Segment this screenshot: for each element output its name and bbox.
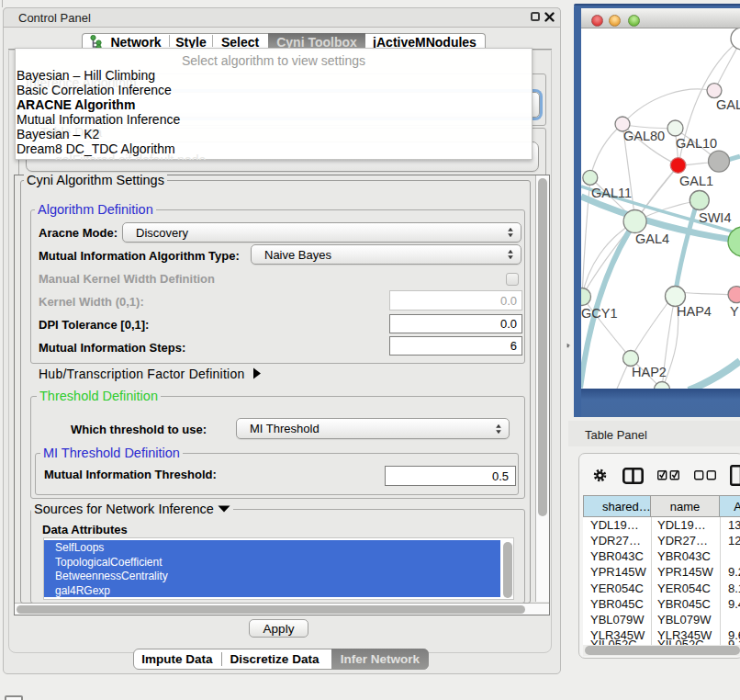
svg-text:GAL10: GAL10 bbox=[676, 136, 717, 151]
svg-text:HAP4: HAP4 bbox=[677, 304, 712, 319]
svg-text:GAL11: GAL11 bbox=[591, 186, 632, 200]
svg-text:HAP2: HAP2 bbox=[632, 365, 667, 379]
svg-text:GCY1: GCY1 bbox=[581, 306, 618, 321]
svg-text:GAL4: GAL4 bbox=[635, 231, 669, 246]
svg-text:Y: Y bbox=[730, 304, 739, 319]
svg-text:SWI4: SWI4 bbox=[699, 210, 731, 225]
svg-text:GAL1: GAL1 bbox=[679, 174, 713, 188]
svg-text:GAL80: GAL80 bbox=[623, 129, 665, 143]
svg-text:GAL: GAL bbox=[716, 97, 740, 112]
